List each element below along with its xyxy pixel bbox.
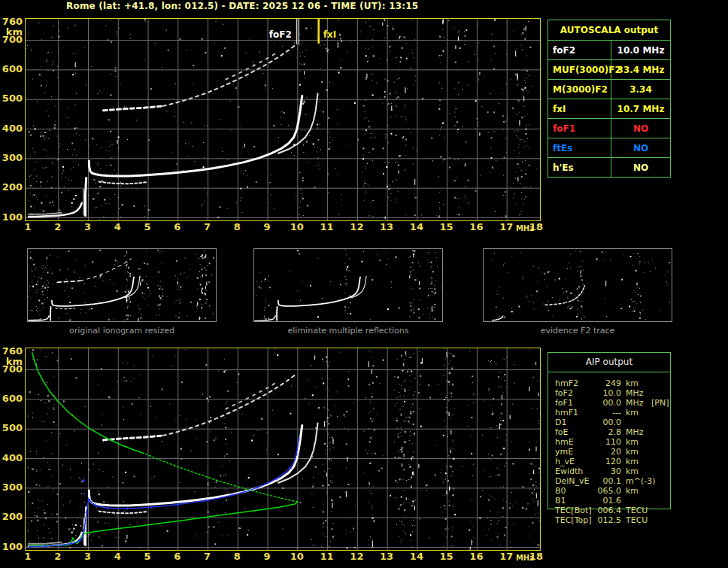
x-tick-label: 3 xyxy=(77,551,99,562)
noise-dot xyxy=(206,299,208,300)
noise-dot xyxy=(526,78,526,79)
noise-dot xyxy=(71,358,72,360)
noise-dot xyxy=(111,20,111,21)
noise-dot xyxy=(89,470,89,471)
noise-dot xyxy=(308,380,309,381)
noise-dot xyxy=(518,147,519,148)
noise-dot xyxy=(525,82,526,83)
noise-dash xyxy=(324,421,325,427)
noise-dot xyxy=(401,355,402,357)
noise-dot xyxy=(631,299,632,300)
noise-dot xyxy=(268,318,269,320)
noise-dot xyxy=(127,272,128,272)
noise-dot xyxy=(642,310,643,311)
autoscala-param-value: 10.0 MHz xyxy=(611,41,670,59)
noise-dot xyxy=(354,547,356,548)
noise-dot xyxy=(365,183,366,184)
noise-dot xyxy=(369,19,369,20)
noise-dot xyxy=(580,251,581,252)
noise-dot xyxy=(75,26,76,26)
noise-dot xyxy=(385,137,386,138)
noise-dot xyxy=(468,85,469,86)
noise-dot xyxy=(405,117,406,117)
aip-param-note xyxy=(647,447,677,457)
noise-dot xyxy=(205,317,206,319)
noise-dot xyxy=(144,59,144,60)
noise-dot xyxy=(36,162,37,163)
noise-dot xyxy=(301,64,302,65)
noise-dot xyxy=(414,288,414,289)
noise-dot xyxy=(108,119,110,120)
noise-dot xyxy=(384,96,386,98)
noise-dot xyxy=(495,211,496,212)
noise-dot xyxy=(413,270,414,271)
noise-dot xyxy=(300,189,301,190)
noise-dot xyxy=(179,313,180,314)
noise-dot xyxy=(385,79,386,80)
noise-dot xyxy=(65,177,66,178)
noise-dot xyxy=(362,135,362,135)
noise-dot xyxy=(397,482,398,483)
noise-dot xyxy=(126,255,126,256)
noise-dash xyxy=(402,447,402,453)
noise-dash xyxy=(470,547,471,551)
noise-dot xyxy=(581,279,583,281)
noise-dot xyxy=(397,403,398,404)
noise-dot xyxy=(326,361,328,363)
noise-dot xyxy=(317,37,317,38)
noise-dot xyxy=(56,424,56,425)
noise-dot xyxy=(532,522,533,524)
noise-dot xyxy=(203,166,205,168)
noise-dot xyxy=(63,170,64,171)
noise-dot xyxy=(366,40,367,41)
noise-dot xyxy=(507,22,508,23)
noise-dot xyxy=(544,273,545,275)
noise-dot xyxy=(517,23,517,23)
noise-dot xyxy=(307,205,308,207)
noise-dot xyxy=(324,409,325,409)
noise-dot xyxy=(93,536,94,536)
noise-dot xyxy=(411,311,411,311)
noise-dot xyxy=(432,160,433,161)
noise-dot xyxy=(344,293,345,293)
aip-param-unit xyxy=(621,418,647,427)
noise-dot xyxy=(457,132,458,132)
noise-dot xyxy=(503,195,504,196)
noise-dot xyxy=(369,545,369,545)
noise-dot xyxy=(459,199,460,199)
noise-dot xyxy=(411,506,413,507)
noise-dot xyxy=(171,366,172,366)
noise-dot xyxy=(223,372,225,373)
noise-dot xyxy=(466,142,466,143)
noise-dot xyxy=(178,317,180,318)
noise-dash xyxy=(399,170,399,173)
aip-param-note xyxy=(647,427,677,437)
aip-param-unit: km xyxy=(621,466,647,476)
noise-dot xyxy=(311,539,312,540)
noise-dot xyxy=(447,381,448,382)
noise-dot xyxy=(414,299,414,299)
y-tick-label: 300 xyxy=(0,152,23,163)
noise-dot xyxy=(102,471,103,472)
noise-dot xyxy=(449,484,450,484)
noise-dot xyxy=(412,262,414,263)
noise-dot xyxy=(174,116,175,117)
noise-dash xyxy=(446,491,447,495)
noise-dot xyxy=(320,45,320,46)
noise-dot xyxy=(47,155,47,156)
noise-dash xyxy=(523,96,524,102)
noise-dot xyxy=(46,85,47,86)
noise-dot xyxy=(500,417,501,418)
noise-dot xyxy=(222,466,223,466)
noise-dot xyxy=(141,414,141,415)
noise-dash xyxy=(385,217,386,220)
noise-dot xyxy=(530,187,531,187)
noise-dot xyxy=(41,39,42,40)
noise-dot xyxy=(180,101,181,102)
noise-dot xyxy=(40,186,41,187)
autoscala-param-label: M(3000)F2 xyxy=(548,80,611,99)
noise-dot xyxy=(52,177,53,178)
noise-dot xyxy=(443,50,444,52)
noise-dot xyxy=(523,95,523,96)
noise-dot xyxy=(623,254,623,254)
